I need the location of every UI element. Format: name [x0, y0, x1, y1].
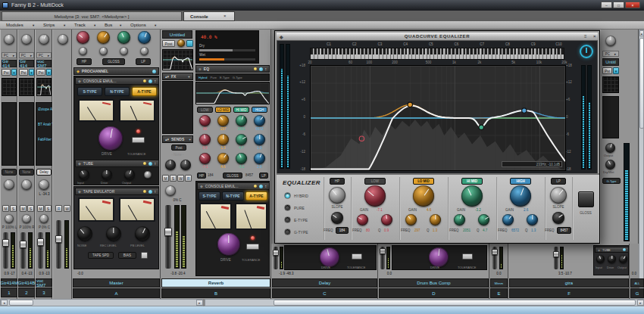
lomid-q-knob[interactable]	[217, 134, 229, 145]
low-freq-knob[interactable]	[357, 214, 368, 225]
tape-switch[interactable]	[141, 252, 148, 259]
volume-fader[interactable]	[20, 232, 26, 269]
eq-thumbnail[interactable]	[19, 78, 34, 96]
lp-freq-knob[interactable]	[552, 212, 564, 224]
noise-knob[interactable]	[77, 226, 92, 241]
high-freq-knob[interactable]	[254, 115, 265, 126]
drive-knob[interactable]	[98, 126, 123, 151]
mode-radio-pure[interactable]	[284, 204, 291, 211]
post-button[interactable]: Post	[162, 40, 175, 47]
plugin-titlebar[interactable]: ◈ QUADCURVE EQUALIZER ≡ ×	[277, 33, 598, 41]
chevron-down-icon[interactable]: ▾	[33, 23, 34, 27]
record-button[interactable]: R	[55, 205, 62, 212]
drive-knob[interactable]	[320, 247, 339, 267]
plugin-menu-icon[interactable]: ◈	[280, 34, 283, 39]
eq-curve-display[interactable]: 233Hz, -10.1dB	[310, 65, 566, 171]
eq-small-knob[interactable]	[99, 47, 108, 55]
eq-thumbnail[interactable]	[36, 78, 52, 96]
tube-output-knob[interactable]	[124, 169, 135, 180]
wet-led[interactable]	[148, 79, 152, 83]
pst-button[interactable]: Pst	[19, 69, 28, 76]
pan-knob[interactable]	[165, 185, 176, 196]
lp-chip[interactable]: LP	[259, 173, 268, 179]
gtype-chip[interactable]: G-Type	[602, 178, 621, 184]
eq-small-knob[interactable]	[140, 47, 148, 55]
preset-dropdown[interactable]: ▾	[613, 67, 619, 74]
tube-input-knob[interactable]	[79, 169, 89, 180]
chevron-down-icon[interactable]: ▾	[120, 23, 121, 27]
s-type-button[interactable]: S-TYPE	[77, 87, 102, 96]
pan-knob[interactable]	[22, 214, 31, 223]
bypass-led[interactable]	[152, 70, 156, 73]
low-q-knob[interactable]	[199, 134, 211, 145]
bus-name-reverb[interactable]: Reverb	[161, 278, 270, 288]
main-hscrollbar[interactable]: ▸	[205, 299, 644, 306]
io-knob[interactable]	[177, 39, 185, 47]
left-hscrollbar[interactable]: ◂ ▸	[0, 299, 203, 306]
mode-radio-hybrid[interactable]	[284, 192, 291, 199]
gloss-chip[interactable]: GLOSS	[102, 58, 125, 65]
tape-header[interactable]: ◆TAPE EMULATOR↕	[75, 188, 159, 195]
drywet-knob[interactable]	[605, 160, 615, 169]
solo-button[interactable]: S	[10, 205, 17, 212]
lomid-freq-knob[interactable]	[217, 115, 229, 126]
window-titlebar[interactable]: Fanny B 2 - MultiDock – □ ×	[0, 0, 644, 11]
gloss-chip[interactable]: GLOSS	[223, 173, 242, 179]
tolerance-switch[interactable]	[246, 244, 259, 250]
tube-input-knob[interactable]	[596, 255, 605, 263]
add-send-button[interactable]: +	[189, 137, 191, 141]
solo-button[interactable]: S	[45, 205, 52, 212]
collapse-icon[interactable]: ↕	[265, 184, 267, 188]
high-band-chip[interactable]: HIGH	[510, 178, 531, 185]
channel-number[interactable]: 2	[18, 288, 35, 297]
tab-close-icon[interactable]: ×	[224, 14, 227, 18]
plugin-close-icon[interactable]: ×	[593, 34, 596, 39]
himid-q-knob[interactable]	[236, 134, 247, 145]
tape-speed-chip[interactable]: TAPE SPD	[88, 252, 114, 259]
send-level-knob[interactable]	[39, 179, 49, 190]
high-chip[interactable]: HIGH	[252, 107, 267, 113]
drive-knob[interactable]	[429, 247, 449, 267]
bus-letter-mtrnm[interactable]: E	[490, 288, 508, 298]
console-emul-header[interactable]: ◆CONSOLE EMUL...↕	[197, 182, 270, 190]
bus-letter-all[interactable]: G	[630, 288, 644, 298]
volume-fader[interactable]	[56, 220, 61, 269]
quadcurve-equalizer-window[interactable]: ◈ QUADCURVE EQUALIZER ≡ × C1C2C3C4C5C6C7…	[274, 30, 600, 244]
lomid-gain-knob[interactable]	[217, 153, 229, 164]
bus-letter-gtra[interactable]: F	[509, 288, 629, 298]
inserts-box[interactable]	[2, 102, 17, 166]
solo-button[interactable]: S	[27, 205, 34, 212]
hp-slope-knob[interactable]	[329, 187, 345, 204]
write-button[interactable]: W	[64, 205, 70, 212]
lomid-q-knob[interactable]	[430, 214, 441, 225]
n-type-button[interactable]: N-TYPE	[222, 191, 244, 201]
mode-hybrid[interactable]: Hybrid	[199, 76, 208, 79]
himid-band-chip[interactable]: HI MID	[461, 178, 483, 185]
chevron-down-icon[interactable]: ▾	[155, 23, 156, 27]
a-type-button[interactable]: A-TYPE	[132, 87, 157, 96]
pc-row[interactable]: PC▸	[19, 52, 34, 58]
eq-low-knob[interactable]	[77, 31, 89, 44]
mute-button[interactable]: M	[37, 205, 44, 212]
wet-slider[interactable]	[199, 58, 255, 61]
send-slot[interactable]: None	[2, 169, 17, 176]
scroll-thumb[interactable]	[274, 300, 636, 306]
tube-output-knob[interactable]	[619, 255, 627, 263]
eq-band-handle[interactable]	[408, 102, 412, 107]
preset-box[interactable]: Untitled	[162, 30, 192, 39]
hp-chip[interactable]: HP	[197, 173, 206, 179]
lp-slope-knob[interactable]	[550, 187, 567, 204]
collapse-icon[interactable]: ↕	[155, 161, 157, 166]
solo-button[interactable]: S	[170, 175, 177, 182]
eq-small-knob[interactable]	[79, 47, 87, 55]
drum-fader[interactable]	[380, 247, 385, 269]
gain-knob[interactable]	[605, 36, 616, 46]
send-slot[interactable]: Delay	[36, 169, 52, 176]
gain-knob[interactable]	[4, 34, 14, 45]
inserts-box[interactable]	[602, 96, 619, 138]
bus-name-mtrnm[interactable]: Mtrnm	[490, 278, 508, 288]
a-type-button[interactable]: A-TYPE	[245, 191, 267, 201]
collapse-icon[interactable]: ↕	[155, 79, 157, 83]
himid-chip[interactable]: HI MID	[233, 107, 249, 113]
rec-level-knob[interactable]	[106, 226, 121, 241]
